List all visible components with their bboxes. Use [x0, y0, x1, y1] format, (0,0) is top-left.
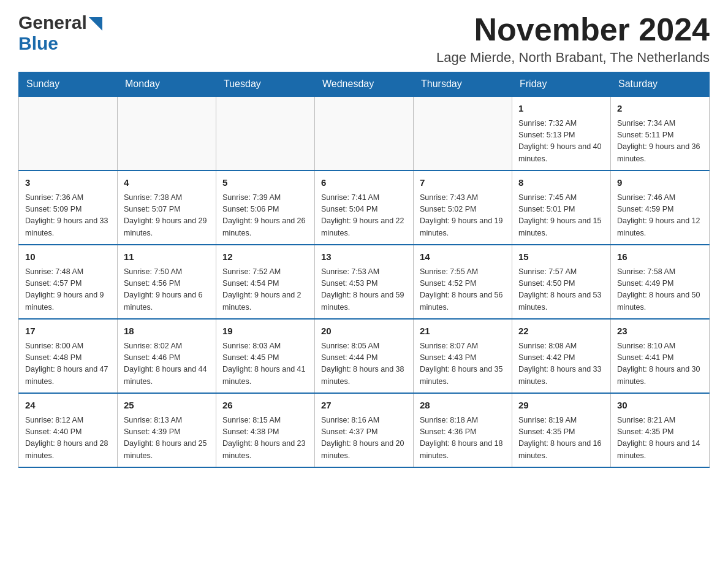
- day-number: 27: [321, 399, 407, 413]
- calendar-cell: 22Sunrise: 8:08 AM Sunset: 4:42 PM Dayli…: [512, 319, 611, 393]
- day-info: Sunrise: 7:34 AM Sunset: 5:11 PM Dayligh…: [617, 118, 703, 166]
- day-number: 16: [617, 250, 703, 264]
- week-row-4: 17Sunrise: 8:00 AM Sunset: 4:48 PM Dayli…: [19, 319, 710, 393]
- day-number: 20: [321, 324, 407, 339]
- day-info: Sunrise: 8:10 AM Sunset: 4:41 PM Dayligh…: [617, 340, 703, 388]
- day-info: Sunrise: 8:00 AM Sunset: 4:48 PM Dayligh…: [25, 340, 111, 388]
- calendar-cell: [216, 96, 315, 170]
- calendar-cell: 13Sunrise: 7:53 AM Sunset: 4:53 PM Dayli…: [315, 245, 414, 319]
- day-info: Sunrise: 8:08 AM Sunset: 4:42 PM Dayligh…: [518, 340, 604, 388]
- calendar-cell: 20Sunrise: 8:05 AM Sunset: 4:44 PM Dayli…: [315, 319, 414, 393]
- calendar-cell: 21Sunrise: 8:07 AM Sunset: 4:43 PM Dayli…: [414, 319, 512, 393]
- calendar-cell: 19Sunrise: 8:03 AM Sunset: 4:45 PM Dayli…: [216, 319, 315, 393]
- calendar-cell: 1Sunrise: 7:32 AM Sunset: 5:13 PM Daylig…: [512, 96, 611, 170]
- day-info: Sunrise: 7:36 AM Sunset: 5:09 PM Dayligh…: [25, 192, 111, 240]
- calendar-cell: [315, 96, 414, 170]
- calendar-cell: 4Sunrise: 7:38 AM Sunset: 5:07 PM Daylig…: [118, 170, 216, 245]
- calendar-cell: 2Sunrise: 7:34 AM Sunset: 5:11 PM Daylig…: [611, 96, 710, 170]
- calendar-cell: 11Sunrise: 7:50 AM Sunset: 4:56 PM Dayli…: [118, 245, 216, 319]
- week-row-1: 1Sunrise: 7:32 AM Sunset: 5:13 PM Daylig…: [19, 96, 710, 170]
- day-info: Sunrise: 8:05 AM Sunset: 4:44 PM Dayligh…: [321, 340, 407, 388]
- calendar-cell: 5Sunrise: 7:39 AM Sunset: 5:06 PM Daylig…: [216, 170, 315, 245]
- calendar-cell: 28Sunrise: 8:18 AM Sunset: 4:36 PM Dayli…: [414, 393, 512, 467]
- day-info: Sunrise: 8:16 AM Sunset: 4:37 PM Dayligh…: [321, 415, 407, 462]
- calendar-cell: 3Sunrise: 7:36 AM Sunset: 5:09 PM Daylig…: [19, 170, 118, 245]
- day-number: 22: [518, 324, 604, 339]
- day-number: 12: [222, 250, 308, 264]
- page-header: General Blue November 2024 Lage Mierde, …: [18, 12, 710, 66]
- weekday-header-monday: Monday: [118, 72, 216, 97]
- calendar-cell: 10Sunrise: 7:48 AM Sunset: 4:57 PM Dayli…: [19, 245, 118, 319]
- day-info: Sunrise: 7:32 AM Sunset: 5:13 PM Dayligh…: [518, 118, 604, 166]
- day-info: Sunrise: 8:02 AM Sunset: 4:46 PM Dayligh…: [124, 340, 210, 388]
- calendar-cell: 12Sunrise: 7:52 AM Sunset: 4:54 PM Dayli…: [216, 245, 315, 319]
- day-info: Sunrise: 8:13 AM Sunset: 4:39 PM Dayligh…: [124, 415, 210, 462]
- day-info: Sunrise: 8:07 AM Sunset: 4:43 PM Dayligh…: [420, 340, 506, 388]
- day-info: Sunrise: 7:57 AM Sunset: 4:50 PM Dayligh…: [518, 266, 604, 314]
- day-info: Sunrise: 7:38 AM Sunset: 5:07 PM Dayligh…: [124, 192, 210, 240]
- calendar-cell: 24Sunrise: 8:12 AM Sunset: 4:40 PM Dayli…: [19, 393, 118, 467]
- calendar-cell: 30Sunrise: 8:21 AM Sunset: 4:35 PM Dayli…: [611, 393, 710, 467]
- day-number: 10: [25, 250, 111, 264]
- day-info: Sunrise: 7:58 AM Sunset: 4:49 PM Dayligh…: [617, 266, 703, 314]
- day-number: 13: [321, 250, 407, 264]
- day-info: Sunrise: 7:45 AM Sunset: 5:01 PM Dayligh…: [518, 192, 604, 240]
- week-row-5: 24Sunrise: 8:12 AM Sunset: 4:40 PM Dayli…: [19, 393, 710, 467]
- calendar-cell: 26Sunrise: 8:15 AM Sunset: 4:38 PM Dayli…: [216, 393, 315, 467]
- logo-arrow-icon: [89, 17, 102, 31]
- logo-general-text: General: [18, 12, 87, 33]
- weekday-header-friday: Friday: [512, 72, 611, 97]
- day-info: Sunrise: 8:21 AM Sunset: 4:35 PM Dayligh…: [617, 415, 703, 462]
- day-number: 18: [124, 324, 210, 339]
- day-info: Sunrise: 8:12 AM Sunset: 4:40 PM Dayligh…: [25, 415, 111, 462]
- day-number: 14: [420, 250, 506, 264]
- day-number: 28: [420, 399, 506, 413]
- calendar-cell: 9Sunrise: 7:46 AM Sunset: 4:59 PM Daylig…: [611, 170, 710, 245]
- day-info: Sunrise: 7:52 AM Sunset: 4:54 PM Dayligh…: [222, 266, 308, 314]
- calendar-cell: [19, 96, 118, 170]
- location-subtitle: Lage Mierde, North Brabant, The Netherla…: [436, 50, 710, 66]
- weekday-header-tuesday: Tuesday: [216, 72, 315, 97]
- day-number: 15: [518, 250, 604, 264]
- calendar-cell: 29Sunrise: 8:19 AM Sunset: 4:35 PM Dayli…: [512, 393, 611, 467]
- day-number: 11: [124, 250, 210, 264]
- day-number: 21: [420, 324, 506, 339]
- day-info: Sunrise: 7:55 AM Sunset: 4:52 PM Dayligh…: [420, 266, 506, 314]
- calendar-cell: 23Sunrise: 8:10 AM Sunset: 4:41 PM Dayli…: [611, 319, 710, 393]
- day-number: 8: [518, 176, 604, 190]
- logo: General Blue: [18, 12, 102, 54]
- weekday-header-wednesday: Wednesday: [315, 72, 414, 97]
- day-number: 24: [25, 399, 111, 413]
- calendar-cell: 17Sunrise: 8:00 AM Sunset: 4:48 PM Dayli…: [19, 319, 118, 393]
- day-number: 9: [617, 176, 703, 190]
- day-number: 5: [222, 176, 308, 190]
- day-number: 2: [617, 102, 703, 116]
- day-number: 25: [124, 399, 210, 413]
- day-number: 17: [25, 324, 111, 339]
- week-row-3: 10Sunrise: 7:48 AM Sunset: 4:57 PM Dayli…: [19, 245, 710, 319]
- calendar-cell: 27Sunrise: 8:16 AM Sunset: 4:37 PM Dayli…: [315, 393, 414, 467]
- calendar-cell: [414, 96, 512, 170]
- day-number: 7: [420, 176, 506, 190]
- calendar-cell: 6Sunrise: 7:41 AM Sunset: 5:04 PM Daylig…: [315, 170, 414, 245]
- day-info: Sunrise: 7:41 AM Sunset: 5:04 PM Dayligh…: [321, 192, 407, 240]
- day-number: 1: [518, 102, 604, 116]
- day-number: 23: [617, 324, 703, 339]
- calendar-cell: 16Sunrise: 7:58 AM Sunset: 4:49 PM Dayli…: [611, 245, 710, 319]
- weekday-header-sunday: Sunday: [19, 72, 118, 97]
- day-info: Sunrise: 7:43 AM Sunset: 5:02 PM Dayligh…: [420, 192, 506, 240]
- calendar-cell: 8Sunrise: 7:45 AM Sunset: 5:01 PM Daylig…: [512, 170, 611, 245]
- weekday-header-saturday: Saturday: [611, 72, 710, 97]
- calendar-cell: [118, 96, 216, 170]
- day-info: Sunrise: 7:48 AM Sunset: 4:57 PM Dayligh…: [25, 266, 111, 314]
- calendar-cell: 14Sunrise: 7:55 AM Sunset: 4:52 PM Dayli…: [414, 245, 512, 319]
- calendar-cell: 7Sunrise: 7:43 AM Sunset: 5:02 PM Daylig…: [414, 170, 512, 245]
- svg-marker-0: [89, 17, 102, 31]
- day-number: 6: [321, 176, 407, 190]
- day-info: Sunrise: 8:18 AM Sunset: 4:36 PM Dayligh…: [420, 415, 506, 462]
- weekday-header-thursday: Thursday: [414, 72, 512, 97]
- week-row-2: 3Sunrise: 7:36 AM Sunset: 5:09 PM Daylig…: [19, 170, 710, 245]
- day-info: Sunrise: 8:15 AM Sunset: 4:38 PM Dayligh…: [222, 415, 308, 462]
- day-info: Sunrise: 8:19 AM Sunset: 4:35 PM Dayligh…: [518, 415, 604, 462]
- day-info: Sunrise: 7:39 AM Sunset: 5:06 PM Dayligh…: [222, 192, 308, 240]
